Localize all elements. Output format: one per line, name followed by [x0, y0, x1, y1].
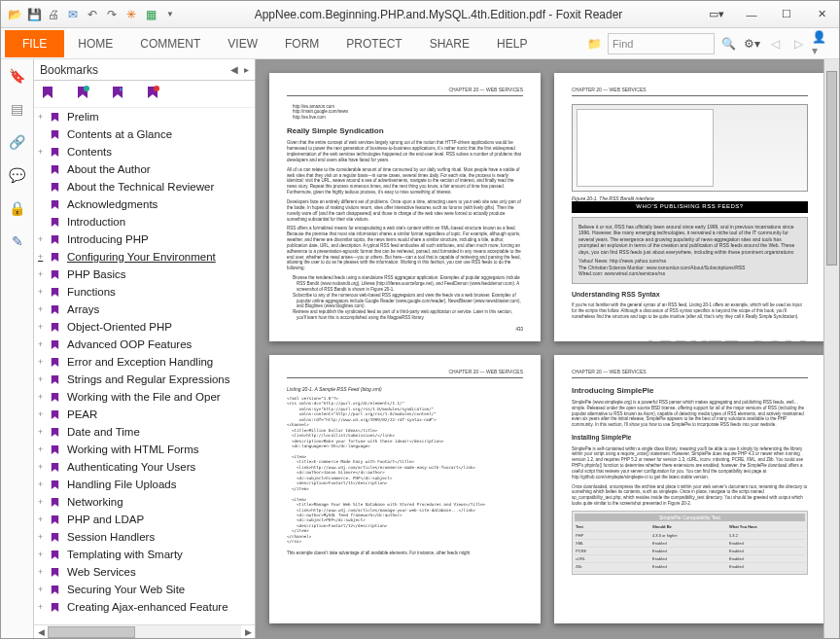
expand-icon[interactable]: + — [38, 234, 50, 244]
next-icon[interactable]: ▷ — [788, 34, 808, 53]
bookmark-item[interactable]: +Working with HTML Forms — [34, 441, 255, 458]
bookmark-item[interactable]: About the Author — [34, 160, 255, 178]
expand-icon[interactable]: + — [38, 567, 50, 577]
bookmark-delete-icon[interactable] — [145, 85, 160, 104]
expand-icon[interactable]: + — [38, 147, 50, 157]
tab-home[interactable]: HOME — [64, 28, 126, 58]
pages-panel-icon[interactable]: ▤ — [7, 98, 28, 120]
expand-icon[interactable]: + — [38, 585, 50, 594]
user-icon[interactable]: 👤▾ — [812, 34, 831, 53]
spark-icon[interactable]: ✳ — [123, 7, 139, 22]
close-icon[interactable]: ✕ — [804, 4, 839, 25]
signatures-panel-icon[interactable]: ✎ — [7, 231, 28, 252]
app-icon[interactable]: ▦ — [143, 7, 158, 22]
bookmark-item[interactable]: +Arrays — [34, 301, 255, 318]
expand-icon[interactable]: + — [38, 339, 50, 349]
expand-icon[interactable]: + — [38, 112, 50, 122]
bookmarks-hscroll[interactable]: ◀ ▶ — [34, 624, 255, 638]
search-input[interactable]: Find — [608, 33, 715, 54]
print-icon[interactable]: 🖨 — [46, 7, 61, 22]
expand-icon[interactable]: + — [38, 427, 50, 437]
scroll-right-icon[interactable]: ▶ — [241, 627, 255, 637]
scroll-thumb[interactable] — [48, 626, 135, 638]
bookmark-item[interactable]: +Date and Time — [34, 423, 255, 441]
expand-icon[interactable]: + — [38, 322, 50, 332]
expand-icon[interactable]: + — [38, 602, 50, 612]
bookmark-add-icon[interactable] — [75, 85, 90, 104]
folder-search-icon[interactable]: 📁 — [584, 34, 604, 53]
viewer-vscroll[interactable] — [823, 59, 839, 638]
bookmark-item[interactable]: +Web Services — [34, 563, 255, 581]
bookmark-item[interactable]: Contents at a Glance — [34, 125, 255, 143]
scroll-track[interactable] — [48, 625, 241, 639]
expand-icon[interactable]: + — [38, 532, 50, 542]
redo-icon[interactable]: ↷ — [104, 7, 120, 22]
expand-icon[interactable]: + — [38, 550, 50, 559]
expand-icon[interactable]: + — [38, 269, 50, 279]
bookmark-item[interactable]: +Templating with Smarty — [34, 546, 255, 563]
expand-icon[interactable]: + — [38, 357, 50, 367]
bookmark-item[interactable]: +Contents — [34, 143, 255, 160]
bookmark-item[interactable]: +Error and Exception Handling — [34, 353, 255, 371]
maximize-icon[interactable]: ☐ — [769, 4, 804, 25]
expand-icon[interactable]: + — [38, 287, 50, 297]
bookmark-item[interactable]: +Authenticating Your Users — [34, 458, 255, 476]
bookmarks-panel-icon[interactable]: 🔖 — [7, 65, 28, 87]
expand-icon[interactable]: + — [38, 479, 50, 489]
bookmark-item[interactable]: +PEAR — [34, 406, 255, 423]
bookmark-expand-icon[interactable] — [40, 85, 55, 104]
bookmark-item[interactable]: +Functions — [34, 283, 255, 301]
comments-panel-icon[interactable]: 💬 — [7, 164, 28, 186]
open-icon[interactable]: 📂 — [7, 7, 22, 22]
bookmark-item[interactable]: +Handling File Uploads — [34, 476, 255, 493]
security-panel-icon[interactable]: 🔒 — [7, 197, 28, 219]
panel-collapse-icon[interactable]: ◀ — [230, 64, 238, 75]
bookmark-item[interactable]: +Advanced OOP Features — [34, 336, 255, 353]
expand-icon[interactable]: + — [38, 462, 50, 472]
bookmark-item[interactable]: +Securing Your Web Site — [34, 581, 255, 598]
tab-protect[interactable]: PROTECT — [332, 28, 415, 58]
bookmark-item[interactable]: +PHP and LDAP — [34, 511, 255, 528]
bookmark-item[interactable]: +Strings and Regular Expressions — [34, 371, 255, 388]
bookmark-item[interactable]: +Prelim — [34, 108, 255, 125]
expand-icon[interactable]: + — [38, 497, 50, 507]
document-viewer[interactable]: CHAPTER 20 — WEB SERVICES http://es.amaz… — [256, 59, 839, 638]
undo-icon[interactable]: ↶ — [85, 7, 100, 22]
search-icon[interactable]: 🔍 — [718, 34, 738, 53]
dropdown-icon[interactable]: ▼ — [162, 7, 178, 22]
attachments-panel-icon[interactable]: 🔗 — [7, 131, 28, 153]
expand-icon[interactable]: + — [38, 304, 50, 314]
bookmark-item[interactable]: Introduction — [34, 213, 255, 231]
expand-icon[interactable]: + — [38, 409, 50, 419]
bookmark-item[interactable]: +Configuring Your Environment — [34, 248, 255, 266]
panel-menu-icon[interactable]: ▸ — [244, 64, 249, 75]
expand-icon[interactable]: + — [38, 392, 50, 402]
bookmark-item[interactable]: +Session Handlers — [34, 528, 255, 546]
expand-icon[interactable]: + — [38, 252, 50, 262]
bookmark-item[interactable]: +Networking — [34, 493, 255, 511]
bookmark-item[interactable]: +Creating Ajax-enhanced Feature — [34, 598, 255, 616]
tab-form[interactable]: FORM — [271, 28, 332, 58]
gear-icon[interactable]: ⚙▾ — [742, 34, 761, 53]
prev-icon[interactable]: ◁ — [765, 34, 785, 53]
ribbon-options-icon[interactable]: ▭▾ — [699, 4, 734, 25]
vscroll-thumb[interactable] — [826, 71, 837, 266]
bookmark-item[interactable]: About the Technical Reviewer — [34, 178, 255, 195]
bookmark-next-icon[interactable] — [110, 85, 125, 104]
expand-icon[interactable]: + — [38, 515, 50, 524]
email-icon[interactable]: ✉ — [65, 7, 81, 22]
tab-help[interactable]: HELP — [483, 28, 541, 58]
bookmark-item[interactable]: +Introducing PHP — [34, 231, 255, 248]
bookmark-item[interactable]: Acknowledgments — [34, 195, 255, 213]
tab-comment[interactable]: COMMENT — [126, 28, 214, 58]
tab-file[interactable]: FILE — [5, 30, 64, 57]
tab-share[interactable]: SHARE — [416, 28, 483, 58]
expand-icon[interactable]: + — [38, 374, 50, 384]
tab-view[interactable]: VIEW — [214, 28, 271, 58]
minimize-icon[interactable]: — — [734, 4, 769, 25]
bookmark-item[interactable]: +PHP Basics — [34, 266, 255, 283]
bookmark-item[interactable]: +Working with the File and Oper — [34, 388, 255, 406]
scroll-left-icon[interactable]: ◀ — [34, 627, 48, 637]
save-icon[interactable]: 💾 — [26, 7, 42, 22]
bookmark-item[interactable]: +Object-Oriented PHP — [34, 318, 255, 336]
